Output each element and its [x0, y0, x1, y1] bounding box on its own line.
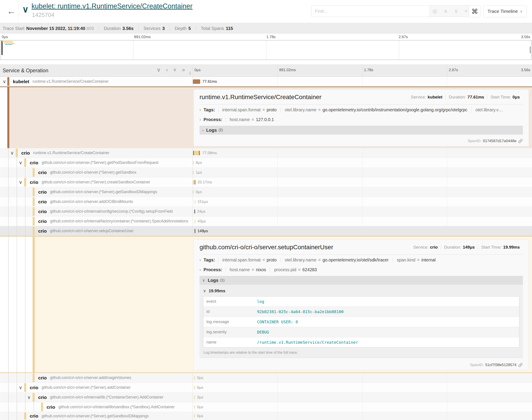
- trace-view-select[interactable]: Trace Timeline ∨: [483, 5, 526, 17]
- process-item: host.name=nixos: [225, 267, 270, 272]
- span-row-specaddannotations[interactable]: criogithub.com/cri-o/cri-o/internal/fact…: [0, 216, 532, 226]
- span-row-lib-addcontainer[interactable]: ∨ criogithub.com/cri-o/cri-o/internal/li…: [0, 392, 532, 402]
- detail-service: Service:crio: [410, 245, 441, 250]
- process-row[interactable]: › Process: host.name=nixos process.pid=6…: [200, 265, 523, 274]
- timeline-gridline: [277, 77, 278, 86]
- timeline-gridline: [362, 77, 362, 86]
- keyboard-shortcuts-button[interactable]: ⌘: [469, 5, 481, 17]
- tag-item: otel.library.name=go.opentelemetry.io/ot…: [281, 257, 393, 263]
- span-detail-title: runtime.v1.RuntimeService/CreateContaine…: [200, 94, 408, 101]
- chevron-down-icon[interactable]: ∨: [10, 148, 14, 158]
- span-tick[interactable]: [193, 161, 194, 164]
- trace-id: 1425704: [32, 12, 54, 18]
- service-color-bar: [7, 77, 9, 86]
- copy-link-icon[interactable]: [518, 139, 523, 143]
- span-id-value: 51cf7f38e5128574: [485, 363, 516, 367]
- duration-stat: Duration3.56s: [99, 26, 139, 31]
- tag-item: otel.library.name=go.opentelemetry.io/co…: [281, 107, 471, 112]
- tag-item: span.kind=internal: [393, 257, 440, 263]
- detail-start-time: Start Time:19.99ms: [478, 245, 523, 250]
- tag-item: internal.span.format=proto: [218, 107, 281, 112]
- locate-icon[interactable]: ◎: [433, 8, 437, 14]
- span-id-row: SpanID: 0174567d17a0448e: [200, 137, 523, 143]
- span-detail-card: runtime.v1.RuntimeService/CreateContaine…: [194, 89, 529, 146]
- services-stat: Services3: [139, 26, 170, 31]
- find-clear-icon[interactable]: ×: [465, 8, 468, 14]
- chevron-down-icon[interactable]: ∨: [22, 5, 29, 14]
- trace-minimap[interactable]: [0, 40, 532, 60]
- chevron-down-icon: ∨: [520, 10, 522, 13]
- find-next-icon[interactable]: ∨: [454, 8, 458, 14]
- logs-content: ∨ 19.99ms eventlog id92b82381-025c-4a64-…: [200, 285, 523, 358]
- span-row-crio-createcontainer[interactable]: ∨ crioruntime.v1.RuntimeService/CreateCo…: [0, 148, 532, 158]
- service-color-strip: [7, 87, 9, 148]
- span-row-getsandboxidmappings-2[interactable]: criogithub.com/cri-o/cri-o/server.(*Serv…: [0, 412, 532, 420]
- span-row-sandbox-addcontainer[interactable]: criogithub.com/cri-o/cri-o/internal/lib/…: [0, 402, 532, 412]
- table-row: log.severityDEBUG: [203, 327, 519, 337]
- span-row-getsandbox[interactable]: criogithub.com/cri-o/cri-o/server.(*Serv…: [0, 168, 532, 177]
- chevron-down-icon[interactable]: ∨: [19, 158, 22, 167]
- chevron-down-icon[interactable]: ∨: [3, 77, 6, 86]
- chevron-down-icon[interactable]: ∨: [27, 392, 31, 402]
- find-toolbar: ◎ ∧ ∨ ×: [429, 5, 471, 17]
- find-prev-icon[interactable]: ∧: [444, 8, 448, 14]
- span-id-value: 0174567d17a0448e: [483, 139, 516, 143]
- span-row-setupfromfield[interactable]: criogithub.com/cri-o/cri-o/internal/conf…: [0, 207, 532, 216]
- chevron-right-icon: ›: [200, 107, 201, 112]
- span-table-header: Service & Operation ∨ › » » || 0μs 891.0…: [0, 64, 532, 77]
- detail-duration: Duration:149μs: [441, 245, 478, 250]
- span-row-addimagevolumes[interactable]: criogithub.com/cri-o/cri-o/server.addIma…: [0, 373, 532, 383]
- log-marker: [195, 180, 195, 184]
- log-marker: [199, 151, 200, 155]
- chevron-right-icon: ›: [202, 128, 203, 133]
- minimap-gridline: [266, 40, 266, 60]
- process-item: host.name=127.0.0.1: [225, 117, 278, 122]
- chevron-right-icon: ›: [200, 268, 201, 272]
- log-entry-toggle[interactable]: ∨ 19.99ms: [203, 287, 519, 295]
- minimap-gridline: [133, 40, 133, 60]
- minimap-tick-labels: 0μs 891.02ms 1.78s 2.67s 3.56s: [0, 35, 532, 40]
- span-id-row: SpanID: 51cf7f38e5128574: [200, 361, 523, 367]
- span-duration: 77.61ms: [203, 77, 217, 86]
- span-row-createsandboxcontainer[interactable]: ∨ criogithub.com/cri-o/cri-o/server.(*Se…: [0, 177, 532, 187]
- timeline-tick-labels: 0μs 891.02ms 1.78s 2.67s 3.56s: [0, 68, 532, 73]
- span-detail-panel-kubelet: runtime.v1.RuntimeService/CreateContaine…: [0, 87, 532, 148]
- process-item: process.pid=624283: [270, 267, 321, 272]
- span-row-getsandboxidmappings[interactable]: criogithub.com/cri-o/cri-o/server.(*Serv…: [0, 187, 532, 197]
- table-row: eventlog: [203, 297, 519, 307]
- span-row-setupcontaineruser[interactable]: criogithub.com/cri-o/cri-o/server.setupC…: [0, 226, 532, 236]
- minimap-right-scrubber[interactable]: [530, 46, 531, 53]
- header-divider: [18, 0, 19, 23]
- service-color-bar: [16, 149, 18, 157]
- service-color-strip: [33, 237, 35, 372]
- back-arrow-icon[interactable]: ←: [5, 4, 18, 18]
- span-row-kubelet-createcontainer[interactable]: ∨ kubelet runtime.v1.RuntimeService/Crea…: [0, 77, 532, 87]
- span-detail-title: github.com/cri-o/cri-o/server.setupConta…: [200, 244, 410, 251]
- span-bar[interactable]: [193, 79, 200, 84]
- find-input[interactable]: [311, 5, 429, 17]
- chevron-down-icon: ∨: [203, 288, 206, 293]
- chevron-down-icon[interactable]: ∨: [19, 177, 22, 187]
- logs-accordion[interactable]: › Logs (2): [200, 126, 523, 135]
- logs-accordion[interactable]: ∨ Logs (1): [200, 276, 523, 285]
- span-row-addcontainer[interactable]: ∨ criogithub.com/cri-o/cri-o/server.(*Se…: [0, 383, 532, 392]
- trace-page-header: ← ∨ kubelet: runtime.v1.RuntimeService/C…: [0, 0, 532, 23]
- tags-row[interactable]: › Tags: internal.span.format=proto otel.…: [200, 105, 523, 115]
- log-marker: [193, 151, 194, 155]
- table-row: name/runtime.v1.RuntimeService/CreateCon…: [203, 337, 519, 347]
- trace-view-label: Trace Timeline: [487, 9, 518, 14]
- tags-row[interactable]: › Tags: internal.span.format=proto otel.…: [200, 255, 523, 265]
- minimap-span-teal: [5, 44, 12, 45]
- minimap-left-scrubber[interactable]: [1, 41, 3, 55]
- trace-title-link[interactable]: kubelet: runtime.v1.RuntimeService/Creat…: [31, 2, 192, 10]
- span-detail-card: github.com/cri-o/cri-o/server.setupConta…: [194, 240, 529, 370]
- chevron-down-icon[interactable]: ∨: [19, 383, 22, 392]
- copy-link-icon[interactable]: [518, 362, 523, 367]
- table-row: id92b82381-025c-4a64-815c-ba2e1bb08100: [203, 307, 519, 317]
- process-row[interactable]: › Process: host.name=127.0.0.1: [200, 115, 523, 124]
- span-row-getpodsandboxfromrequest[interactable]: ∨ criogithub.com/cri-o/cri-o/server.(*Se…: [0, 158, 532, 168]
- trace-start-stat: Trace Start November 15 2022, 11:19:40.8…: [0, 26, 99, 31]
- tag-item: internal.span.format=proto: [218, 257, 281, 263]
- logs-footnote: Log timestamps are relative to the start…: [203, 351, 519, 355]
- span-row-addocibindmounts[interactable]: criogithub.com/cri-o/cri-o/server.addOCI…: [0, 197, 532, 207]
